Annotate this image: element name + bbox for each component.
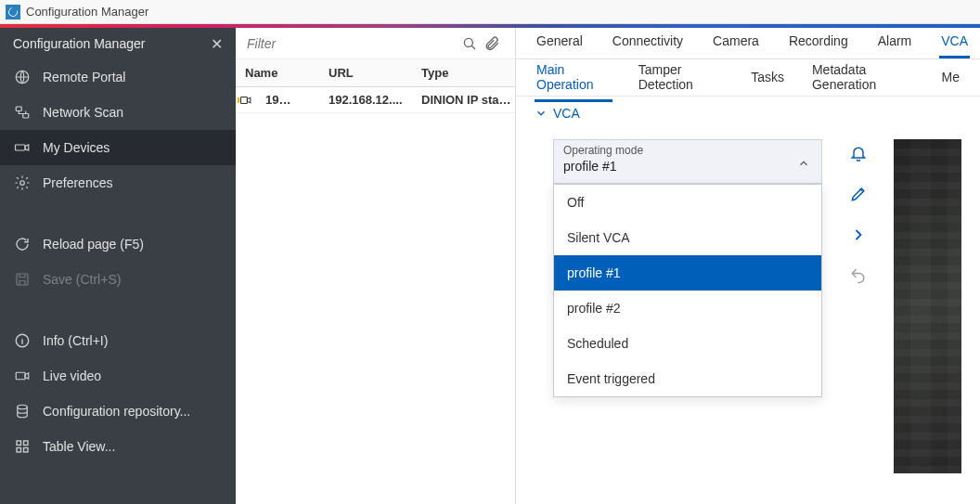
dropdown-option-profile-2[interactable]: profile #2 [554, 291, 821, 326]
right-panel: General Connectivity Camera Recording Al… [516, 28, 980, 504]
operating-mode-value: profile #1 [563, 159, 812, 174]
device-status-icon [236, 94, 256, 107]
close-icon[interactable]: ✕ [211, 35, 223, 53]
subtab-more[interactable]: Me [940, 60, 961, 95]
sidebar-tool-live-video[interactable]: Live video [0, 358, 236, 394]
pencil-icon[interactable] [848, 184, 869, 204]
main-layout: Configuration Manager ✕ Remote Portal Ne… [0, 28, 980, 504]
database-icon [13, 402, 32, 420]
filter-bar [236, 28, 515, 59]
cell-url: 192.168.12.... [329, 93, 421, 107]
sidebar-item-label: My Devices [43, 140, 110, 155]
sidebar-item-label: Remote Portal [43, 70, 125, 84]
svg-rect-1 [16, 107, 21, 111]
subtab-tamper-detection[interactable]: Tamper Detection [637, 53, 725, 102]
devices-panel: Name URL Type 19… 192.168.12.... DINION … [236, 28, 516, 504]
svg-rect-14 [238, 97, 239, 103]
camera-devices-icon [13, 138, 32, 157]
chevron-up-icon [797, 157, 810, 170]
col-type[interactable]: Type [421, 66, 515, 80]
section-vca-header[interactable]: VCA [516, 97, 980, 130]
filter-input[interactable] [245, 35, 461, 52]
sidebar-header: Configuration Manager ✕ [0, 28, 236, 59]
col-url[interactable]: URL [329, 66, 421, 80]
video-icon [13, 367, 32, 385]
sidebar: Configuration Manager ✕ Remote Portal Ne… [0, 28, 236, 504]
sidebar-item-network-scan[interactable]: Network Scan [0, 95, 236, 130]
svg-rect-2 [23, 114, 29, 119]
titlebar: Configuration Manager [0, 0, 980, 24]
sidebar-item-label: Configuration repository... [43, 404, 190, 419]
svg-point-13 [464, 38, 472, 46]
network-scan-icon [13, 103, 32, 122]
tab-vca[interactable]: VCA [939, 28, 970, 58]
operating-mode-label: Operating mode [563, 144, 812, 157]
col-name[interactable]: Name [236, 66, 329, 80]
sidebar-title: Configuration Manager [13, 36, 145, 51]
sidebar-tool-info[interactable]: Info (Ctrl+I) [0, 323, 236, 358]
dropdown-option-silent-vca[interactable]: Silent VCA [554, 220, 821, 255]
sidebar-action-reload[interactable]: Reload page (F5) [0, 226, 236, 262]
sidebar-item-preferences[interactable]: Preferences [0, 165, 236, 200]
devices-table-header: Name URL Type [236, 59, 515, 87]
form-column: Operating mode profile #1 Off Silent VCA… [553, 139, 822, 473]
svg-rect-10 [24, 441, 29, 446]
grid-icon [13, 437, 32, 456]
sidebar-item-label: Live video [43, 368, 101, 383]
gear-icon [13, 174, 32, 192]
sidebar-tool-table-view[interactable]: Table View... [0, 429, 236, 464]
svg-rect-12 [24, 448, 29, 453]
window-title: Configuration Manager [26, 5, 148, 19]
svg-rect-11 [17, 448, 21, 453]
sidebar-item-label: Reload page (F5) [43, 237, 144, 252]
sidebar-item-label: Table View... [43, 439, 115, 454]
sidebar-item-remote-portal[interactable]: Remote Portal [0, 59, 236, 95]
sidebar-item-label: Save (Ctrl+S) [43, 272, 121, 287]
tabs-secondary: Main Operation Tamper Detection Tasks Me… [516, 59, 980, 97]
table-row[interactable]: 19… 192.168.12.... DINION IP starlight [236, 87, 515, 113]
operating-mode-dropdown: Off Silent VCA profile #1 profile #2 Sch… [553, 184, 822, 397]
svg-rect-9 [17, 441, 21, 446]
dropdown-option-event-triggered[interactable]: Event triggered [554, 361, 821, 396]
sidebar-item-label: Preferences [43, 175, 112, 190]
sidebar-action-save: Save (Ctrl+S) [0, 262, 236, 297]
info-icon [13, 331, 32, 350]
sidebar-tool-repo[interactable]: Configuration repository... [0, 394, 236, 429]
search-icon[interactable] [461, 35, 484, 52]
svg-point-8 [18, 405, 28, 409]
save-icon [13, 270, 32, 289]
svg-rect-15 [240, 97, 247, 103]
chevron-right-icon[interactable] [848, 225, 869, 245]
operating-mode-select[interactable]: Operating mode profile #1 [553, 139, 822, 184]
svg-point-4 [20, 181, 25, 186]
app-icon [6, 5, 20, 19]
undo-icon[interactable] [848, 265, 869, 286]
globe-icon [13, 68, 32, 86]
chevron-down-icon [535, 107, 548, 120]
cell-name: 19… [256, 93, 329, 107]
subtab-tasks[interactable]: Tasks [749, 60, 786, 95]
video-preview [894, 139, 961, 473]
dropdown-option-scheduled[interactable]: Scheduled [554, 326, 821, 361]
subtab-main-operation[interactable]: Main Operation [535, 53, 612, 102]
svg-rect-5 [17, 274, 28, 285]
attachment-icon[interactable] [484, 35, 506, 52]
svg-rect-3 [16, 145, 26, 150]
dropdown-option-off[interactable]: Off [554, 185, 821, 220]
content-row: Operating mode profile #1 Off Silent VCA… [516, 130, 980, 473]
bell-icon[interactable] [848, 143, 869, 163]
subtab-metadata-generation[interactable]: Metadata Generation [810, 53, 916, 102]
tool-column [845, 139, 871, 473]
sidebar-item-label: Network Scan [43, 105, 123, 120]
reload-icon [13, 235, 32, 253]
sidebar-item-label: Info (Ctrl+I) [43, 333, 108, 348]
section-label: VCA [553, 106, 580, 121]
dropdown-option-profile-1[interactable]: profile #1 [554, 255, 821, 291]
cell-type: DINION IP starlight [421, 93, 515, 107]
sidebar-item-my-devices[interactable]: My Devices [0, 130, 236, 165]
svg-rect-7 [16, 372, 25, 380]
